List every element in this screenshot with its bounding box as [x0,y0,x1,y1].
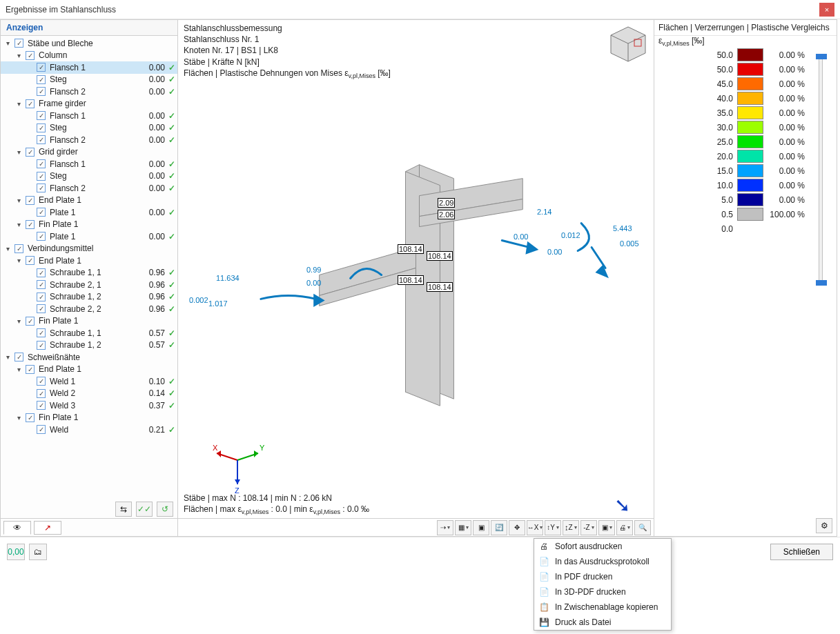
close-button[interactable]: Schließen [770,544,833,560]
checkbox[interactable] [37,341,46,350]
slider-top-knob[interactable] [816,54,827,59]
checkbox[interactable] [14,353,23,361]
chevron-icon[interactable]: ▾ [14,366,23,373]
tree-row[interactable]: Weld 20.14✓ [1,388,177,400]
chevron-icon[interactable]: ▾ [3,39,12,47]
tree-row[interactable]: Weld 10.10✓ [1,375,177,388]
tree-check-all-button[interactable]: ✓✓ [136,502,153,517]
print-menu-item[interactable]: 📄In das Ausdrucksprotokoll [534,554,671,569]
tree-row[interactable]: ▾Verbindungsmittel [1,243,177,255]
checkbox[interactable] [37,268,46,277]
checkbox[interactable] [37,135,46,144]
tree-row[interactable]: Schraube 1, 10.96✓ [1,267,177,279]
checkbox[interactable] [26,51,35,60]
view-cube[interactable] [608,24,648,64]
tree-row[interactable]: Schraube 1, 10.57✓ [1,327,177,339]
checkbox[interactable] [37,232,46,241]
legend-settings-button[interactable]: ⚙ [816,518,832,533]
tree-row[interactable]: ▾Fin Plate 1 [1,315,177,328]
tree-row[interactable]: Flansch 10.00✓ [1,61,177,74]
chevron-icon[interactable]: ▾ [14,257,23,264]
checkbox[interactable] [37,159,46,168]
checkbox[interactable] [26,317,35,326]
tree-row[interactable]: Schraube 2, 20.96✓ [1,303,177,315]
pan-button[interactable]: ✥ [509,520,525,535]
chevron-icon[interactable]: ▾ [14,148,23,156]
checkbox[interactable] [37,304,46,313]
checkbox[interactable] [26,220,35,229]
checkbox[interactable] [26,256,35,265]
tree-row[interactable]: ▾Grid girder [1,146,177,159]
rotate-button[interactable]: 🔄 [491,520,507,535]
tree-row[interactable]: Plate 10.00✓ [1,230,177,243]
chevron-icon[interactable]: ▾ [14,414,23,422]
tree-row[interactable]: ▾Fin Plate 1 [1,412,177,424]
tree-row[interactable]: ▾Schweißnähte [1,351,177,364]
tree-row[interactable]: ▾End Plate 1 [1,195,177,207]
slider-bottom-knob[interactable] [816,280,827,286]
checkbox[interactable] [37,389,46,398]
tree-row[interactable]: ▾End Plate 1 [1,255,177,267]
chevron-icon[interactable]: ▾ [3,353,12,361]
tree-uncheck-all-button[interactable]: ↺ [157,502,173,517]
tree-row[interactable]: ▾Stäbe und Bleche [1,37,177,50]
chevron-icon[interactable]: ▾ [3,245,12,252]
chevron-icon[interactable]: ▾ [14,52,23,59]
footer-units-button[interactable]: 0,00 [7,544,25,560]
checkbox[interactable] [37,87,46,96]
checkbox[interactable] [37,425,46,434]
chevron-icon[interactable]: ▾ [14,100,23,108]
mesh-button[interactable]: ▦ [455,520,471,535]
checkbox[interactable] [37,172,46,181]
window-close-button[interactable]: × [819,3,834,17]
tree-row[interactable]: ▾End Plate 1 [1,364,177,376]
checkbox[interactable] [26,365,35,374]
checkbox[interactable] [37,328,46,337]
perspective-button[interactable]: ▣ [473,520,489,535]
print-menu-item[interactable]: 📄In PDF drucken [534,569,671,584]
footer-details-button[interactable]: 🗂 [29,544,47,560]
tree-row[interactable]: Schraube 2, 10.96✓ [1,279,177,291]
checkbox[interactable] [26,196,35,205]
tree-row[interactable]: Steg0.00✓ [1,74,177,86]
tree-row[interactable]: Steg0.00✓ [1,122,177,135]
tree-row[interactable]: Weld0.21✓ [1,424,177,436]
tree-tool-1-button[interactable]: ⇆ [115,502,132,517]
tree-row[interactable]: ▾Frame girder [1,98,177,110]
tree-row[interactable]: Schraube 1, 20.96✓ [1,291,177,304]
view-mode-button[interactable]: ⇢ [437,520,453,535]
print-menu-item[interactable]: 📄In 3D-PDF drucken [534,584,671,600]
chevron-icon[interactable]: ▾ [14,197,23,204]
print-menu-item[interactable]: 🖨Sofort ausdrucken [534,539,671,554]
checkbox[interactable] [37,401,46,410]
tree-row[interactable]: ▾Column [1,50,177,62]
checkbox[interactable] [37,208,46,217]
tree-row[interactable]: Flansch 20.00✓ [1,86,177,98]
checkbox[interactable] [37,184,46,192]
checkbox[interactable] [37,123,46,132]
tree-row[interactable]: Weld 30.37✓ [1,399,177,412]
axis-neg-z-button[interactable]: -Z [580,520,597,535]
iso-button[interactable]: ▣ [598,520,615,535]
tree-row[interactable]: Schraube 1, 20.57✓ [1,339,177,352]
checkbox[interactable] [14,39,23,48]
axis-z-button[interactable]: ↨Z [563,520,579,535]
checkbox[interactable] [37,111,46,120]
print-button[interactable]: 🖨 [616,520,633,535]
checkbox[interactable] [37,293,46,301]
tree-row[interactable]: Flansch 20.00✓ [1,182,177,195]
checkbox[interactable] [14,244,23,253]
detail-button[interactable]: 🔍 [634,520,651,535]
checkbox[interactable] [26,413,35,422]
checkbox[interactable] [37,280,46,289]
tree-row[interactable]: Steg0.00✓ [1,170,177,183]
viewport-3d[interactable]: Stahlanschlussbemessung Stahlanschluss N… [178,19,654,537]
tree-row[interactable]: Flansch 20.00✓ [1,134,177,146]
axis-x-button[interactable]: ↔X [527,520,543,535]
tab-members[interactable]: ↗ [34,521,61,535]
chevron-icon[interactable]: ▾ [14,317,23,325]
checkbox[interactable] [26,148,35,157]
tree-row[interactable]: Flansch 10.00✓ [1,158,177,170]
print-menu-item[interactable]: 💾Druck als Datei [534,615,671,630]
chevron-icon[interactable]: ▾ [14,221,23,228]
